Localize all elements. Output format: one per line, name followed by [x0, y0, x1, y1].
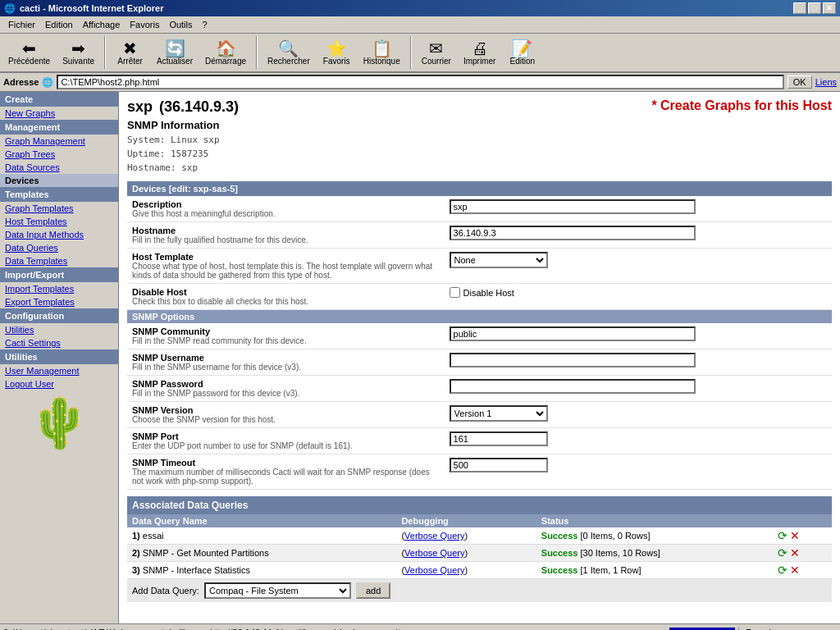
aq-cell-name-0: 1) essai [127, 527, 396, 545]
snmp-timeout-input[interactable] [450, 458, 548, 472]
sidebar-item-graph-trees[interactable]: Graph Trees [0, 148, 118, 161]
menu-favoris[interactable]: Favoris [125, 18, 164, 31]
links-label[interactable]: Liens [815, 77, 837, 87]
menu-help[interactable]: ? [198, 18, 212, 31]
sidebar-item-export-templates[interactable]: Export Templates [0, 295, 118, 308]
snmp-username-label: SNMP Username [132, 353, 440, 363]
refresh-dq-icon-1[interactable]: ⟳ [778, 546, 788, 559]
add-dq-button[interactable]: add [356, 582, 390, 599]
description-label: Description [132, 199, 440, 209]
sidebar-item-data-queries[interactable]: Data Queries [0, 241, 118, 254]
sidebar-item-graph-templates[interactable]: Graph Templates [0, 202, 118, 215]
description-input[interactable] [450, 199, 696, 214]
hostname-label: Hostname [132, 226, 440, 235]
aq-cell-actions-0[interactable]: ⟳ ✕ [773, 527, 832, 545]
status-text: 2 élément(s) restant(s)] Téléchargement … [3, 628, 666, 631]
menu-fichier[interactable]: Fichier [3, 18, 40, 31]
snmp-system: System: Linux sxp [127, 135, 239, 145]
snmp-password-input[interactable] [450, 379, 696, 394]
aq-cell-debug-1: (Verbose Query) [396, 545, 536, 562]
status-detail-1: [30 Items, 10 Rows] [581, 548, 660, 558]
add-data-query-row: Add Data Query: Compaq - File System SNM… [127, 579, 832, 602]
sidebar-item-cacti-settings[interactable]: Cacti Settings [0, 336, 118, 349]
menu-edition[interactable]: Edition [40, 18, 78, 31]
back-label: Précédente [8, 57, 50, 66]
minimize-button[interactable]: _ [793, 2, 806, 14]
close-button[interactable]: ✕ [823, 2, 836, 14]
sidebar-item-devices[interactable]: Devices [0, 174, 118, 187]
home-button[interactable]: 🏠 Démarrage [201, 38, 250, 68]
disable-host-row: Disable Host Check this box to disable a… [127, 284, 832, 310]
snmp-form-table: SNMP Community Fill in the SNMP read com… [127, 323, 832, 490]
edit-button[interactable]: 📝 Edition [504, 38, 541, 68]
sidebar-item-data-sources[interactable]: Data Sources [0, 161, 118, 174]
snmp-port-input[interactable] [450, 431, 548, 446]
favorites-button[interactable]: ⭐ Favoris [318, 38, 355, 68]
search-button[interactable]: 🔍 Rechercher [263, 38, 314, 68]
stop-button[interactable]: ✖ Arrêter [112, 38, 148, 68]
home-label: Démarrage [205, 57, 246, 66]
snmp-info-header: SNMP Information [127, 119, 239, 131]
refresh-dq-icon-0[interactable]: ⟳ [778, 529, 788, 542]
main-container: Create New Graphs Management Graph Manag… [0, 92, 840, 623]
status-progress-bar [669, 628, 735, 631]
search-icon: 🔍 [278, 40, 299, 57]
menu-outils[interactable]: Outils [164, 18, 197, 31]
delete-dq-icon-2[interactable]: ✕ [790, 564, 800, 577]
sidebar-item-host-templates[interactable]: Host Templates [0, 215, 118, 228]
snmp-port-label: SNMP Port [132, 431, 440, 441]
print-button[interactable]: 🖨 Imprimer [459, 38, 500, 68]
aq-col-actions [773, 514, 832, 527]
hostname-input[interactable] [450, 226, 696, 240]
description-row: Description Give this host a meaningful … [127, 196, 832, 222]
window-title: cacti - Microsoft Internet Explorer [20, 3, 163, 13]
refresh-button[interactable]: 🔄 Actualiser [153, 38, 197, 68]
address-go-button[interactable]: OK [788, 75, 812, 89]
aq-cell-name-2: 3) SNMP - Interface Statistics [127, 562, 396, 579]
maximize-button[interactable]: □ [808, 2, 821, 14]
back-button[interactable]: ⬅ Précédente [4, 38, 54, 68]
sidebar-item-import-templates[interactable]: Import Templates [0, 282, 118, 295]
snmp-community-input[interactable] [450, 326, 696, 341]
window-icon: 🌐 [4, 3, 16, 14]
delete-dq-icon-0[interactable]: ✕ [790, 529, 800, 542]
toolbar-sep-1 [104, 36, 106, 69]
add-dq-select[interactable]: Compaq - File System SNMP - Generic OID … [204, 582, 351, 599]
sidebar-item-new-graphs[interactable]: New Graphs [0, 107, 118, 120]
create-graphs-link[interactable]: * Create Graphs for this Host [651, 98, 832, 113]
snmp-community-hint: Fill in the SNMP read community for this… [132, 336, 440, 345]
aq-cell-actions-1[interactable]: ⟳ ✕ [773, 545, 832, 562]
snmp-hostname: Hostname: sxp [127, 162, 239, 173]
forward-label: Suivante [62, 57, 94, 66]
snmp-username-input[interactable] [450, 353, 696, 368]
verbose-link-1[interactable]: Verbose Query [404, 548, 464, 558]
refresh-dq-icon-2[interactable]: ⟳ [778, 564, 788, 577]
mail-icon: ✉ [429, 40, 443, 57]
aq-row: 1) essai (Verbose Query) Success [0 Item… [127, 527, 832, 545]
sidebar: Create New Graphs Management Graph Manag… [0, 92, 119, 623]
disable-host-hint: Check this box to disable all checks for… [132, 297, 440, 306]
sidebar-item-graph-management[interactable]: Graph Management [0, 135, 118, 148]
host-template-select[interactable]: None [450, 252, 548, 268]
aq-cell-actions-2[interactable]: ⟳ ✕ [773, 562, 832, 579]
mail-button[interactable]: ✉ Courrier [418, 38, 455, 68]
verbose-link-2[interactable]: Verbose Query [404, 565, 464, 575]
verbose-link-0[interactable]: Verbose Query [404, 531, 464, 541]
sidebar-item-logout[interactable]: Logout User [0, 377, 118, 390]
menu-affichage[interactable]: Affichage [78, 18, 126, 31]
sidebar-item-user-management[interactable]: User Management [0, 364, 118, 377]
status-success-2: Success [541, 565, 578, 575]
stop-icon: ✖ [123, 40, 137, 57]
address-input[interactable] [57, 75, 783, 89]
aq-row: 3) SNMP - Interface Statistics (Verbose … [127, 562, 832, 579]
forward-button[interactable]: ➡ Suivante [58, 38, 98, 68]
history-button[interactable]: 📋 Historique [359, 38, 404, 68]
delete-dq-icon-1[interactable]: ✕ [790, 546, 800, 559]
disable-host-checkbox[interactable] [450, 287, 460, 298]
sidebar-item-utilities[interactable]: Utilities [0, 323, 118, 336]
sidebar-item-data-input-methods[interactable]: Data Input Methods [0, 228, 118, 241]
window-controls[interactable]: _ □ ✕ [793, 2, 836, 14]
aq-cell-status-2: Success [1 Item, 1 Row] [536, 562, 773, 579]
sidebar-item-data-templates[interactable]: Data Templates [0, 254, 118, 267]
snmp-version-select[interactable]: Version 1 Version 2 Version 3 [450, 405, 548, 422]
